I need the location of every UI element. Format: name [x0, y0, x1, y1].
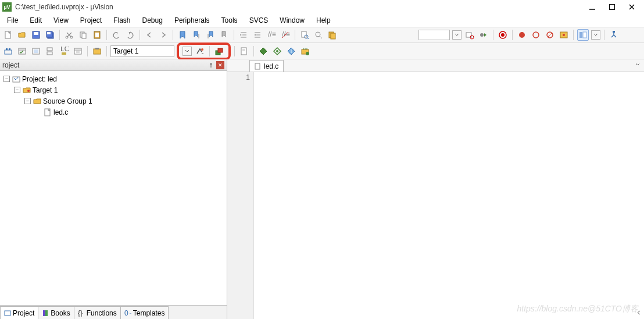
target-options-button[interactable] — [91, 45, 103, 57]
svg-rect-1 — [610, 5, 615, 10]
outdent-button[interactable] — [252, 29, 263, 41]
menu-project[interactable]: Project — [74, 16, 108, 24]
find-in-files-button[interactable] — [299, 29, 310, 41]
tree-file[interactable]: led.c — [2, 107, 224, 118]
svg-rect-44 — [583, 32, 586, 38]
pin-icon[interactable] — [207, 61, 215, 69]
nav-forward-button[interactable] — [158, 29, 169, 41]
svg-point-34 — [480, 33, 484, 37]
manage-rte-button[interactable] — [257, 45, 269, 57]
breakpoint-insert-button[interactable] — [478, 29, 489, 41]
editor-tab-ledc[interactable]: led.c — [249, 60, 284, 72]
code-area[interactable] — [254, 72, 644, 319]
svg-rect-31 — [331, 33, 335, 39]
debug-run-button[interactable] — [497, 29, 509, 41]
expand-icon[interactable]: − — [14, 87, 20, 93]
build-button[interactable] — [16, 45, 28, 57]
chevron-left-icon[interactable] — [636, 310, 642, 316]
bookmark-next-button[interactable] — [205, 29, 216, 41]
bookmark-prev-button[interactable] — [191, 29, 202, 41]
paste-button[interactable] — [91, 29, 103, 41]
bookmark-toggle-button[interactable] — [177, 29, 188, 41]
svg-text://≡: //≡ — [268, 30, 276, 38]
pack-installer-button[interactable] — [285, 45, 297, 57]
expand-icon[interactable]: − — [3, 76, 10, 82]
minimize-button[interactable] — [587, 2, 598, 12]
menu-window[interactable]: Window — [274, 16, 310, 24]
batch-build-button[interactable] — [44, 45, 56, 57]
separator — [106, 46, 107, 56]
breakpoint-window-button[interactable] — [558, 29, 570, 41]
svg-line-40 — [548, 33, 552, 37]
rebuild-button[interactable] — [30, 45, 42, 57]
find-dropdown[interactable] — [452, 30, 461, 40]
svg-rect-53 — [47, 48, 52, 51]
bookmark-clear-button[interactable] — [219, 29, 230, 41]
window-title: C:\test_led\led.uvprojx - µVision — [15, 3, 587, 11]
tab-functions[interactable]: {} Functions — [74, 306, 121, 319]
file-extensions-button[interactable] — [238, 45, 250, 57]
select-packs-button[interactable] — [271, 45, 283, 57]
project-icon — [4, 310, 11, 317]
save-button[interactable] — [30, 29, 42, 41]
breakpoint-disable-button[interactable] — [530, 29, 542, 41]
tab-project[interactable]: Project — [0, 306, 38, 319]
expand-icon[interactable]: − — [24, 98, 31, 104]
configure-button[interactable] — [608, 29, 620, 41]
menu-tools[interactable]: Tools — [216, 16, 244, 24]
tab-books[interactable]: Books — [38, 306, 74, 319]
menu-file[interactable]: File — [1, 16, 24, 24]
download-button[interactable] — [72, 45, 84, 57]
breakpoint-toggle-button[interactable] — [516, 29, 528, 41]
breakpoint-kill-button[interactable] — [544, 29, 556, 41]
maximize-button[interactable] — [607, 2, 617, 12]
tab-templates[interactable]: 0→ Templates — [120, 306, 169, 319]
nav-back-button[interactable] — [144, 29, 155, 41]
menu-view[interactable]: View — [48, 16, 74, 24]
menu-flash[interactable]: Flash — [108, 16, 136, 24]
svg-point-28 — [316, 32, 320, 37]
debug-start-button[interactable] — [464, 29, 475, 41]
layout-dropdown[interactable] — [591, 30, 600, 40]
open-file-button[interactable] — [16, 29, 28, 41]
svg-rect-54 — [47, 52, 52, 55]
find-combo[interactable] — [418, 30, 450, 40]
close-button[interactable] — [627, 2, 637, 12]
menu-debug[interactable]: Debug — [137, 16, 169, 24]
svg-rect-65 — [218, 48, 223, 52]
menu-svcs[interactable]: SVCS — [244, 16, 274, 24]
separator — [173, 30, 173, 40]
separator — [59, 30, 60, 40]
separator — [209, 46, 210, 56]
tree-target[interactable]: − Target 1 — [2, 84, 224, 95]
cut-button[interactable] — [63, 29, 75, 41]
copy-button[interactable] — [77, 29, 89, 41]
svg-rect-56 — [62, 52, 66, 55]
comment-block-button[interactable]: //≡ — [266, 29, 277, 41]
menu-peripherals[interactable]: Peripherals — [169, 16, 216, 24]
translate-button[interactable] — [2, 45, 14, 57]
svg-rect-75 — [5, 311, 10, 316]
window-layout-button[interactable] — [577, 29, 589, 41]
target-dropdown[interactable] — [183, 47, 192, 56]
uncomment-block-button[interactable]: //≡ — [280, 29, 291, 41]
incremental-find-button[interactable] — [327, 29, 338, 41]
save-all-button[interactable] — [44, 29, 56, 41]
manage-components-button[interactable] — [299, 45, 311, 57]
tree-group[interactable]: − Source Group 1 — [2, 95, 224, 107]
tab-overflow-button[interactable] — [635, 62, 641, 68]
options-for-target-button[interactable] — [194, 45, 206, 57]
target-select[interactable]: Target 1 — [110, 45, 174, 57]
project-tree[interactable]: − Project: led − Target 1 − Source Group… — [0, 71, 227, 305]
new-file-button[interactable] — [2, 29, 14, 41]
manage-project-items-button[interactable] — [213, 45, 225, 57]
undo-button[interactable] — [110, 29, 122, 41]
redo-button[interactable] — [124, 29, 136, 41]
menu-help[interactable]: Help — [310, 16, 337, 24]
indent-button[interactable] — [238, 29, 249, 41]
tree-root[interactable]: − Project: led — [2, 73, 224, 84]
stop-build-button[interactable]: LOAD — [58, 45, 70, 57]
find-button[interactable] — [313, 29, 324, 41]
panel-close-button[interactable]: ✕ — [216, 61, 224, 69]
menu-edit[interactable]: Edit — [24, 16, 48, 24]
